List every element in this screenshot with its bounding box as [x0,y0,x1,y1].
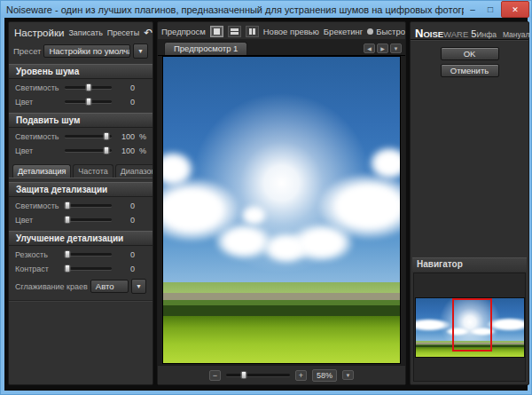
slider-thumb[interactable] [85,98,91,106]
minimize-button[interactable]: – [464,2,481,17]
undo-icon[interactable]: ↶ [144,28,153,37]
tab-detail[interactable]: Детализация [12,164,71,178]
preview-image-area [158,56,405,365]
settings-panel: Настройки Записать Пресеты ↶ ↷ ▼ Пресет … [8,21,153,385]
section-noise-level: Уровень шума [9,64,153,79]
maximize-button[interactable]: □ [481,2,499,17]
radio-fast[interactable]: Быстро [367,27,405,36]
help-links: Инфа Мануал [476,30,529,39]
slider-value: 0 [115,201,135,210]
preview-tab-1[interactable]: Предпросмотр 1 [164,42,247,55]
edge-smoothing-dropdown-icon[interactable]: ▼ [131,279,146,294]
right-panel: NOISEWARE5 Инфа Мануал OK Отменить Навиг… [410,21,529,385]
info-link[interactable]: Инфа [476,30,497,39]
color-noise-slider[interactable] [65,100,112,103]
bracketing-button[interactable]: Брекетинг [324,27,363,36]
vertical-split-icon [253,28,255,35]
section-detail-enhancement: Улучшение детализации [9,231,153,246]
horizontal-split-button[interactable] [228,26,241,37]
slider-thumb[interactable] [103,146,109,154]
suppress-luminance-slider[interactable] [65,135,112,138]
preview-toolbar-label: Предпросм [161,27,206,36]
protect-luminance-slider[interactable] [65,204,112,207]
new-preview-button[interactable]: Новое превью [263,27,319,36]
preview-toolbar: Предпросм Новое превью Брекетинг Быстро … [158,22,405,39]
logo-n: N [415,27,423,40]
suppress-color-slider[interactable] [65,149,112,152]
navigator-view-rectangle[interactable] [452,298,492,352]
manual-link[interactable]: Мануал [503,30,529,39]
navigator-title: Навигатор [412,257,527,272]
preset-select[interactable]: Настройки по умолчанию [43,44,130,58]
hedge-row [163,305,400,316]
slider-thumb[interactable] [65,250,71,258]
zoom-bar: − + 58% ▼ [158,365,405,384]
navigator-thumbnail[interactable] [415,297,525,358]
slider-label: Контраст [15,265,61,273]
slider-row-color: Цвет 0 [9,214,153,225]
detail-tab-body: Защита детализации Светимость 0 Цвет 0 У… [9,178,153,294]
slider-label: Светимость [15,83,61,92]
cloud [241,205,267,225]
sharpness-slider[interactable] [65,253,112,256]
slider-value: 100 [115,132,135,141]
slider-thumb[interactable] [103,132,109,140]
presets-button[interactable]: Пресеты [107,28,139,37]
luminance-noise-slider[interactable] [65,86,112,89]
slider-thumb[interactable] [65,265,71,273]
slider-label: Цвет [15,146,61,155]
tab-color-range[interactable]: Диапазон цвета [115,164,153,178]
zoom-slider-thumb[interactable] [241,371,247,379]
zoom-out-button[interactable]: − [209,370,221,381]
tab-list-dropdown-icon[interactable]: ▼ [390,43,402,53]
prev-tab-icon[interactable]: ◀ [364,43,375,53]
vertical-split-button[interactable] [246,26,259,37]
contrast-slider[interactable] [65,267,112,270]
preview-image[interactable] [162,56,401,364]
slider-row-luminance: Светимость 100 % [9,130,153,142]
distant-field [163,282,400,293]
settings-title: Настройки [14,28,64,38]
slider-unit: % [135,132,146,141]
slider-row-sharpness: Резкость 0 [9,249,153,260]
slider-thumb[interactable] [85,83,91,91]
window-title: Noiseware - один из лучших плагинов, пре… [6,4,464,15]
slider-thumb[interactable] [65,216,71,224]
cancel-button[interactable]: Отменить [441,64,499,77]
save-preset-button[interactable]: Записать [68,28,102,37]
logo-ware: WARE [443,29,468,39]
section-detail-protection: Защита детализации [9,182,153,197]
tab-frequency[interactable]: Частота [73,164,113,178]
zoom-slider[interactable] [226,374,290,376]
radio-fast-label: Быстро [376,27,405,36]
slider-value: 0 [115,265,135,273]
close-button[interactable]: ✕ [501,1,529,18]
titlebar: Noiseware - один из лучших плагинов, пре… [1,1,531,18]
brand-header: NOISEWARE5 Инфа Мануал [411,22,528,40]
preview-tabbar: Предпросмотр 1 ◀ ▶ ▼ [158,39,405,56]
zoom-dropdown-icon[interactable]: ▼ [342,370,354,380]
next-tab-icon[interactable]: ▶ [377,43,388,53]
preset-dropdown-icon[interactable]: ▼ [133,43,148,59]
sky-gradient [163,57,400,282]
section-suppress-noise: Подавить шум [9,113,153,128]
slider-value: 0 [115,250,135,259]
noiseware-logo: NOISEWARE5 [415,25,476,41]
slider-value: 0 [115,98,135,107]
slider-row-contrast: Контраст 0 [9,263,153,274]
slider-row-luminance: Светимость 0 [9,82,153,93]
ok-button[interactable]: OK [441,47,499,60]
edge-smoothing-label: Сглаживание краев [15,282,88,291]
slider-thumb[interactable] [65,201,71,209]
edge-smoothing-select[interactable]: Авто [90,280,129,293]
cloud [291,224,352,262]
zoom-level-value[interactable]: 58% [312,369,337,382]
window-controls: – □ ✕ [464,1,531,18]
slider-row-luminance: Светимость 0 [9,200,153,211]
slider-value: 0 [115,83,135,92]
zoom-in-button[interactable]: + [295,370,307,381]
slider-row-color: Цвет 100 % [9,145,153,156]
single-view-button[interactable] [210,26,223,37]
protect-color-slider[interactable] [65,218,112,221]
slider-value: 100 [115,146,135,155]
